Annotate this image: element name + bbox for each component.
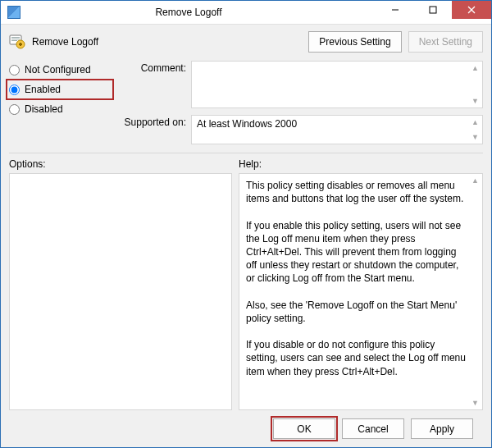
- help-label: Help:: [239, 158, 262, 170]
- scroll-down-icon[interactable]: ▼: [468, 396, 482, 409]
- policy-editor-window: Remove Logoff Remove Logof: [0, 0, 492, 448]
- supported-on-value: At least Windows 2000: [192, 116, 482, 132]
- next-setting-button: Next Setting: [408, 31, 483, 53]
- comment-label: Comment:: [119, 61, 186, 108]
- radio-disabled[interactable]: Disabled: [9, 102, 107, 117]
- radio-not-configured-label: Not Configured: [25, 64, 91, 75]
- comment-input[interactable]: ▲ ▼: [191, 61, 483, 108]
- scroll-down-icon[interactable]: ▼: [468, 130, 482, 144]
- options-label: Options:: [9, 158, 239, 170]
- supported-on-label: Supported on:: [119, 115, 186, 144]
- titlebar[interactable]: Remove Logoff: [1, 1, 491, 25]
- close-button[interactable]: [452, 1, 491, 19]
- comment-value: [192, 62, 482, 66]
- comment-scrollbar[interactable]: ▲ ▼: [468, 62, 482, 107]
- help-panel: This policy setting disables or removes …: [239, 173, 483, 410]
- radio-enabled-input[interactable]: [9, 85, 20, 95]
- svg-rect-6: [11, 39, 20, 39]
- radio-disabled-label: Disabled: [25, 103, 63, 115]
- radio-disabled-input[interactable]: [9, 104, 20, 115]
- scroll-up-icon[interactable]: ▲: [468, 174, 482, 187]
- policy-title: Remove Logoff: [32, 36, 98, 48]
- supported-scrollbar[interactable]: ▲ ▼: [468, 116, 482, 144]
- svg-rect-7: [11, 40, 17, 41]
- options-panel: [9, 173, 232, 410]
- minimize-button[interactable]: [376, 1, 414, 19]
- ok-button[interactable]: OK: [273, 418, 335, 439]
- supported-on-box: At least Windows 2000 ▲ ▼: [191, 115, 483, 144]
- scroll-down-icon[interactable]: ▼: [468, 94, 482, 107]
- radio-not-configured[interactable]: Not Configured: [9, 62, 107, 77]
- svg-rect-10: [19, 43, 22, 45]
- svg-rect-1: [430, 7, 436, 13]
- help-scrollbar[interactable]: ▲ ▼: [468, 174, 482, 409]
- divider: [9, 153, 483, 153]
- apply-button[interactable]: Apply: [411, 418, 473, 439]
- radio-enabled[interactable]: Enabled: [9, 82, 107, 97]
- radio-not-configured-input[interactable]: [9, 65, 20, 75]
- help-text: This policy setting disables or removes …: [239, 174, 482, 383]
- scroll-up-icon[interactable]: ▲: [468, 62, 482, 75]
- previous-setting-button[interactable]: Previous Setting: [308, 31, 401, 53]
- radio-enabled-label: Enabled: [25, 84, 61, 95]
- window-title: Remove Logoff: [1, 7, 376, 18]
- cancel-button[interactable]: Cancel: [342, 418, 404, 439]
- state-radio-group: Not Configured Enabled Disabled: [9, 61, 107, 144]
- policy-icon: [9, 34, 25, 50]
- svg-rect-5: [11, 37, 20, 38]
- scroll-up-icon[interactable]: ▲: [468, 116, 482, 129]
- maximize-button[interactable]: [414, 1, 452, 19]
